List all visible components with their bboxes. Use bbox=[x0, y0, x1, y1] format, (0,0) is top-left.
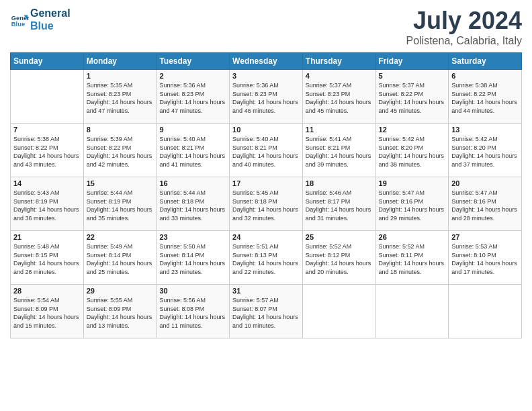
week-row-2: 14 Sunrise: 5:43 AMSunset: 8:19 PMDaylig… bbox=[11, 177, 522, 231]
day-number: 19 bbox=[379, 179, 446, 187]
day-info: Sunrise: 5:48 AMSunset: 8:15 PMDaylight:… bbox=[13, 242, 81, 276]
day-info: Sunrise: 5:36 AMSunset: 8:23 PMDaylight:… bbox=[232, 81, 300, 115]
week-row-0: 1 Sunrise: 5:35 AMSunset: 8:23 PMDayligh… bbox=[11, 70, 522, 124]
week-row-4: 28 Sunrise: 5:54 AMSunset: 8:09 PMDaylig… bbox=[11, 285, 522, 338]
day-info: Sunrise: 5:55 AMSunset: 8:09 PMDaylight:… bbox=[87, 296, 154, 330]
day-number: 1 bbox=[87, 72, 154, 80]
calendar-table: SundayMondayTuesdayWednesdayThursdayFrid… bbox=[10, 52, 522, 338]
calendar-cell bbox=[11, 70, 84, 124]
day-number: 24 bbox=[232, 233, 300, 241]
week-row-3: 21 Sunrise: 5:48 AMSunset: 8:15 PMDaylig… bbox=[11, 231, 522, 285]
day-number: 31 bbox=[232, 287, 300, 295]
day-number: 21 bbox=[13, 233, 81, 241]
day-info: Sunrise: 5:41 AMSunset: 8:21 PMDaylight:… bbox=[306, 135, 373, 169]
title-block: July 2024 Polistena, Calabria, Italy bbox=[406, 7, 522, 47]
day-number: 4 bbox=[306, 72, 373, 80]
logo-text-general: General bbox=[30, 7, 71, 19]
calendar-cell: 6 Sunrise: 5:38 AMSunset: 8:22 PMDayligh… bbox=[449, 70, 522, 124]
day-info: Sunrise: 5:49 AMSunset: 8:14 PMDaylight:… bbox=[87, 242, 154, 276]
calendar-cell: 20 Sunrise: 5:47 AMSunset: 8:16 PMDaylig… bbox=[449, 177, 522, 231]
day-number: 18 bbox=[306, 179, 373, 187]
day-number: 14 bbox=[13, 179, 81, 187]
day-info: Sunrise: 5:35 AMSunset: 8:23 PMDaylight:… bbox=[87, 81, 154, 115]
weekday-header-row: SundayMondayTuesdayWednesdayThursdayFrid… bbox=[11, 53, 522, 70]
calendar-cell: 18 Sunrise: 5:46 AMSunset: 8:17 PMDaylig… bbox=[302, 177, 375, 231]
day-number: 26 bbox=[379, 233, 446, 241]
day-info: Sunrise: 5:46 AMSunset: 8:17 PMDaylight:… bbox=[306, 189, 373, 222]
day-number: 17 bbox=[232, 179, 300, 187]
day-number: 3 bbox=[232, 72, 300, 80]
calendar-cell: 16 Sunrise: 5:44 AMSunset: 8:18 PMDaylig… bbox=[157, 177, 230, 231]
calendar-cell: 12 Sunrise: 5:42 AMSunset: 8:20 PMDaylig… bbox=[375, 124, 449, 177]
day-number: 12 bbox=[379, 126, 446, 134]
weekday-header-friday: Friday bbox=[375, 53, 449, 70]
calendar-cell: 21 Sunrise: 5:48 AMSunset: 8:15 PMDaylig… bbox=[11, 231, 84, 285]
calendar-cell: 4 Sunrise: 5:37 AMSunset: 8:23 PMDayligh… bbox=[302, 70, 375, 124]
month-title: July 2024 bbox=[406, 7, 522, 35]
day-number: 5 bbox=[379, 72, 446, 80]
day-number: 11 bbox=[306, 126, 373, 134]
calendar-cell: 22 Sunrise: 5:49 AMSunset: 8:14 PMDaylig… bbox=[83, 231, 157, 285]
weekday-header-wednesday: Wednesday bbox=[230, 53, 303, 70]
day-info: Sunrise: 5:45 AMSunset: 8:18 PMDaylight:… bbox=[232, 189, 300, 222]
calendar-cell: 3 Sunrise: 5:36 AMSunset: 8:23 PMDayligh… bbox=[230, 70, 303, 124]
day-number: 25 bbox=[306, 233, 373, 241]
day-number: 13 bbox=[451, 126, 519, 134]
day-info: Sunrise: 5:50 AMSunset: 8:14 PMDaylight:… bbox=[159, 242, 226, 276]
day-info: Sunrise: 5:51 AMSunset: 8:13 PMDaylight:… bbox=[232, 242, 300, 276]
logo: General Blue General Blue bbox=[10, 7, 71, 32]
day-info: Sunrise: 5:57 AMSunset: 8:07 PMDaylight:… bbox=[232, 296, 300, 330]
weekday-header-thursday: Thursday bbox=[302, 53, 375, 70]
day-info: Sunrise: 5:47 AMSunset: 8:16 PMDaylight:… bbox=[451, 189, 519, 222]
day-info: Sunrise: 5:42 AMSunset: 8:20 PMDaylight:… bbox=[379, 135, 446, 169]
day-number: 29 bbox=[87, 287, 154, 295]
day-info: Sunrise: 5:52 AMSunset: 8:11 PMDaylight:… bbox=[379, 242, 446, 276]
calendar-cell bbox=[449, 285, 522, 338]
calendar-cell: 13 Sunrise: 5:42 AMSunset: 8:20 PMDaylig… bbox=[449, 124, 522, 177]
day-info: Sunrise: 5:54 AMSunset: 8:09 PMDaylight:… bbox=[13, 296, 81, 330]
weekday-header-monday: Monday bbox=[83, 53, 157, 70]
calendar-cell: 8 Sunrise: 5:39 AMSunset: 8:22 PMDayligh… bbox=[83, 124, 157, 177]
day-number: 30 bbox=[159, 287, 226, 295]
day-info: Sunrise: 5:37 AMSunset: 8:23 PMDaylight:… bbox=[306, 81, 373, 115]
calendar-cell: 17 Sunrise: 5:45 AMSunset: 8:18 PMDaylig… bbox=[230, 177, 303, 231]
day-info: Sunrise: 5:44 AMSunset: 8:19 PMDaylight:… bbox=[87, 189, 154, 222]
calendar-cell bbox=[302, 285, 375, 338]
day-info: Sunrise: 5:56 AMSunset: 8:08 PMDaylight:… bbox=[159, 296, 226, 330]
day-number: 9 bbox=[159, 126, 226, 134]
day-info: Sunrise: 5:53 AMSunset: 8:10 PMDaylight:… bbox=[451, 242, 519, 276]
calendar-cell: 25 Sunrise: 5:52 AMSunset: 8:12 PMDaylig… bbox=[302, 231, 375, 285]
week-row-1: 7 Sunrise: 5:38 AMSunset: 8:22 PMDayligh… bbox=[11, 124, 522, 177]
day-number: 15 bbox=[87, 179, 154, 187]
day-number: 27 bbox=[451, 233, 519, 241]
header: General Blue General Blue July 2024 Poli… bbox=[10, 7, 522, 47]
day-info: Sunrise: 5:38 AMSunset: 8:22 PMDaylight:… bbox=[13, 135, 81, 169]
calendar-cell: 31 Sunrise: 5:57 AMSunset: 8:07 PMDaylig… bbox=[230, 285, 303, 338]
calendar-cell: 10 Sunrise: 5:40 AMSunset: 8:21 PMDaylig… bbox=[230, 124, 303, 177]
calendar-cell: 30 Sunrise: 5:56 AMSunset: 8:08 PMDaylig… bbox=[157, 285, 230, 338]
weekday-header-tuesday: Tuesday bbox=[157, 53, 230, 70]
day-number: 20 bbox=[451, 179, 519, 187]
day-number: 6 bbox=[451, 72, 519, 80]
day-number: 28 bbox=[13, 287, 81, 295]
calendar-cell: 9 Sunrise: 5:40 AMSunset: 8:21 PMDayligh… bbox=[157, 124, 230, 177]
day-number: 22 bbox=[87, 233, 154, 241]
calendar-cell: 29 Sunrise: 5:55 AMSunset: 8:09 PMDaylig… bbox=[83, 285, 157, 338]
day-number: 23 bbox=[159, 233, 226, 241]
calendar-cell: 1 Sunrise: 5:35 AMSunset: 8:23 PMDayligh… bbox=[83, 70, 157, 124]
calendar-cell: 27 Sunrise: 5:53 AMSunset: 8:10 PMDaylig… bbox=[449, 231, 522, 285]
logo-text-blue: Blue bbox=[30, 19, 71, 32]
day-number: 2 bbox=[159, 72, 226, 80]
weekday-header-saturday: Saturday bbox=[449, 53, 522, 70]
calendar-cell: 14 Sunrise: 5:43 AMSunset: 8:19 PMDaylig… bbox=[11, 177, 84, 231]
day-info: Sunrise: 5:40 AMSunset: 8:21 PMDaylight:… bbox=[232, 135, 300, 169]
day-info: Sunrise: 5:38 AMSunset: 8:22 PMDaylight:… bbox=[451, 81, 519, 115]
calendar-cell: 28 Sunrise: 5:54 AMSunset: 8:09 PMDaylig… bbox=[11, 285, 84, 338]
calendar-cell: 23 Sunrise: 5:50 AMSunset: 8:14 PMDaylig… bbox=[157, 231, 230, 285]
calendar-cell: 7 Sunrise: 5:38 AMSunset: 8:22 PMDayligh… bbox=[11, 124, 84, 177]
calendar-container: General Blue General Blue July 2024 Poli… bbox=[0, 0, 532, 411]
day-info: Sunrise: 5:37 AMSunset: 8:22 PMDaylight:… bbox=[379, 81, 446, 115]
day-info: Sunrise: 5:39 AMSunset: 8:22 PMDaylight:… bbox=[87, 135, 154, 169]
day-number: 8 bbox=[87, 126, 154, 134]
day-number: 7 bbox=[13, 126, 81, 134]
